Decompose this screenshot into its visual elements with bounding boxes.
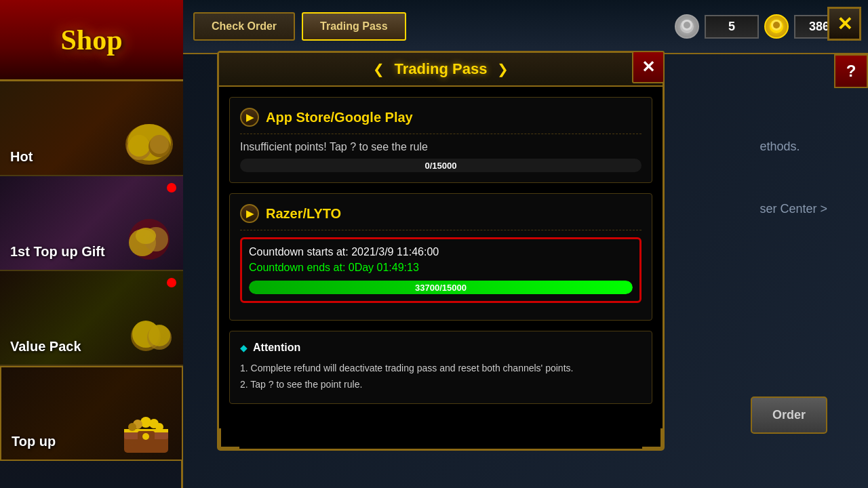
attention-line-2: 2. Tap ? to see the point rule. <box>240 377 642 393</box>
shop-title: Shop <box>60 24 122 56</box>
modal-body: ▶ App Store/Google Play Insufficient poi… <box>219 87 663 449</box>
methods-text: ethods. <box>760 136 827 157</box>
attention-diamond-icon: ◆ <box>240 342 248 353</box>
modal-header: ❮ Trading Pass ❯ ✕ <box>219 53 663 87</box>
topup1-notification-dot <box>167 183 176 192</box>
topup1-decoration <box>122 216 176 263</box>
appstore-progress-bar: 0/15000 <box>240 159 642 172</box>
help-button[interactable]: ? <box>834 54 868 88</box>
valuepack-notification-dot <box>167 278 176 287</box>
shop-header: Shop <box>0 0 183 81</box>
corner-br <box>642 428 663 449</box>
corner-bl <box>219 428 239 449</box>
svg-point-9 <box>136 228 156 244</box>
gold-icon <box>764 14 789 39</box>
modal-title: Trading Pass <box>395 60 488 78</box>
svg-point-5 <box>150 135 169 154</box>
hot-decoration <box>122 121 176 168</box>
sidebar-item-label-hot: Hot <box>10 149 33 165</box>
check-order-button[interactable]: Order <box>751 396 827 434</box>
sidebar-item-label-valuepack: Value Pack <box>10 339 81 354</box>
sidebar: Shop Hot 1st Top up Gift <box>0 0 183 488</box>
topup-chest-decoration <box>117 405 178 456</box>
svg-point-29 <box>773 22 780 28</box>
razer-section: ▶ Razer/LYTO Countdown starts at: 2021/3… <box>229 193 652 321</box>
sidebar-item-label-topup1: 1st Top up Gift <box>10 244 105 260</box>
topbar: Check Order Trading Pass 5 38641 <box>183 0 868 54</box>
valuepack-decoration <box>122 310 176 358</box>
razer-name: Razer/LYTO <box>266 206 341 222</box>
svg-point-3 <box>128 135 150 157</box>
appstore-name: App Store/Google Play <box>266 110 413 125</box>
svg-point-13 <box>149 325 170 346</box>
appstore-progress-text: 0/15000 <box>240 159 642 172</box>
svg-point-23 <box>155 423 163 431</box>
appstore-header: ▶ App Store/Google Play <box>240 108 642 134</box>
corner-close-button[interactable]: ✕ <box>827 7 861 41</box>
attention-header: ◆ Attention <box>240 342 642 354</box>
attention-line-1: 1. Complete refund will deactivate tradi… <box>240 361 642 377</box>
sidebar-item-label-topup: Top up <box>12 434 56 449</box>
trading-pass-tab[interactable]: Trading Pass <box>302 12 406 41</box>
sidebar-item-valuepack[interactable]: Value Pack <box>0 271 183 366</box>
silver-icon <box>675 14 699 39</box>
right-side-text: ethods. ser Center > <box>760 136 827 220</box>
svg-point-26 <box>684 22 690 28</box>
user-center-text: ser Center > <box>760 198 827 220</box>
trading-pass-modal: ❮ Trading Pass ❯ ✕ ▶ App Store/Google Pl… <box>217 51 665 451</box>
sidebar-item-topup1[interactable]: 1st Top up Gift <box>0 176 183 271</box>
attention-section: ◆ Attention 1. Complete refund will deac… <box>229 331 652 404</box>
silver-value: 5 <box>705 15 759 39</box>
razer-progress-text: 33700/15000 <box>249 281 633 294</box>
sidebar-item-hot[interactable]: Hot <box>0 81 183 176</box>
countdown-ends: Countdown ends at: 0Day 01:49:13 <box>249 262 633 274</box>
modal-right-arrow: ❯ <box>497 61 509 77</box>
appstore-section: ▶ App Store/Google Play Insufficient poi… <box>229 97 652 183</box>
razer-arrow[interactable]: ▶ <box>240 204 259 223</box>
modal-close-button[interactable]: ✕ <box>632 51 665 83</box>
razer-progress-bar: 33700/15000 <box>249 281 633 294</box>
appstore-insufficient: Insufficient points! Tap ? to see the ru… <box>240 141 642 153</box>
attention-title: Attention <box>253 342 300 354</box>
silver-currency-icon <box>679 18 695 35</box>
countdown-starts: Countdown starts at: 2021/3/9 11:46:00 <box>249 246 633 258</box>
svg-point-22 <box>128 423 136 431</box>
razer-header: ▶ Razer/LYTO <box>240 204 642 230</box>
razer-countdown-highlight: Countdown starts at: 2021/3/9 11:46:00 C… <box>240 237 642 303</box>
appstore-arrow[interactable]: ▶ <box>240 108 259 127</box>
sidebar-item-topup[interactable]: Top up <box>0 366 183 461</box>
svg-point-18 <box>142 433 149 440</box>
modal-left-arrow: ❮ <box>373 61 384 77</box>
gold-currency-icon <box>768 18 785 35</box>
check-order-tab[interactable]: Check Order <box>193 12 295 41</box>
